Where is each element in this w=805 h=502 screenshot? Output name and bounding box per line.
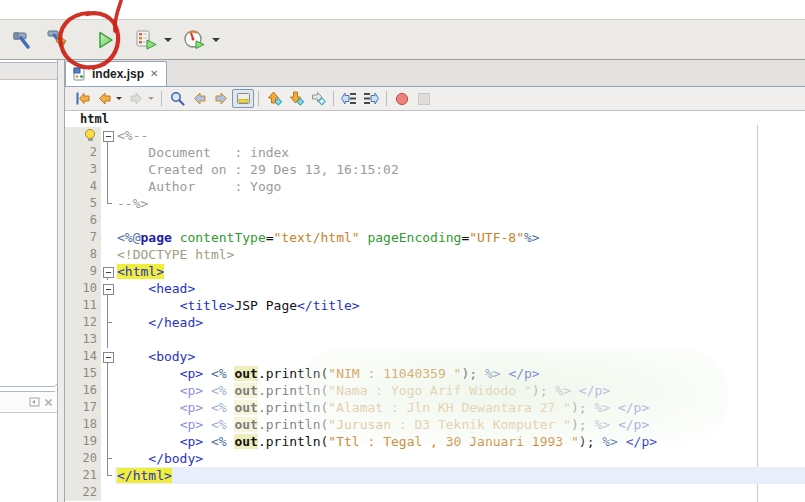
code-token [172, 230, 180, 245]
code-text[interactable]: <head> [115, 280, 805, 297]
code-token: .println( [258, 366, 328, 381]
build-project-button[interactable] [8, 25, 38, 55]
highlight-search-icon [236, 92, 251, 105]
fold-toggle[interactable] [103, 131, 114, 142]
tab-index-jsp[interactable]: index.jsp ✕ [65, 61, 167, 86]
code-text[interactable]: Author : Yogo [115, 178, 805, 195]
code-text[interactable] [115, 331, 805, 348]
tab-close-icon[interactable]: ✕ [150, 69, 158, 79]
code-token: </title> [297, 298, 360, 313]
shift-line-left-button[interactable] [338, 89, 360, 108]
code-text[interactable]: Document : index [115, 144, 805, 161]
back-button[interactable] [93, 89, 115, 108]
code-text[interactable]: </body> [115, 450, 805, 467]
code-text[interactable]: <html> [115, 263, 805, 280]
bookmark-toggle-icon [310, 90, 327, 107]
toggle-highlight-search-button[interactable] [232, 89, 254, 108]
previous-bookmark-button[interactable] [263, 89, 285, 108]
shift-left-icon [340, 90, 358, 107]
code-token: %> [555, 383, 571, 398]
code-text[interactable]: <%@page contentType="text/html" pageEnco… [115, 229, 805, 246]
forward-button[interactable] [125, 89, 147, 108]
code-token [610, 417, 618, 432]
splitter-handle[interactable] [57, 60, 65, 502]
code-token: </head> [148, 315, 203, 330]
fold-toggle[interactable] [103, 352, 114, 363]
shift-line-right-button[interactable] [360, 89, 382, 108]
code-token: out [234, 383, 257, 398]
find-previous-arrow-icon [191, 90, 208, 107]
code-text[interactable]: <p> <% out.println("Jurusan : D3 Teknik … [115, 416, 805, 433]
line-number: 21 [65, 467, 101, 484]
debug-project-button[interactable] [132, 25, 162, 55]
forward-dropdown-caret[interactable] [148, 97, 154, 100]
code-token: <% [211, 366, 227, 381]
toggle-bookmark-button[interactable] [307, 89, 329, 108]
fold-guide [101, 229, 115, 246]
code-token: ); [461, 366, 477, 381]
hint-lightbulb-icon[interactable] [85, 129, 95, 142]
find-next-button[interactable] [210, 89, 232, 108]
code-text[interactable]: <!DOCTYPE html> [115, 246, 805, 263]
dock-window-icon[interactable] [29, 397, 40, 407]
code-line: 9<html> [65, 263, 805, 280]
code-text[interactable]: <%-- [115, 127, 805, 144]
code-line: 13 [65, 331, 805, 348]
code-token: = [266, 230, 274, 245]
code-text[interactable]: <body> [115, 348, 805, 365]
code-token: <html> [117, 264, 164, 279]
record-macro-button[interactable] [391, 89, 413, 108]
code-token: </html> [117, 468, 172, 483]
clean-and-build-button[interactable] [44, 25, 74, 55]
code-token: out [234, 417, 257, 432]
code-text[interactable]: <title>JSP Page</title> [115, 297, 805, 314]
tab-title: index.jsp [92, 67, 144, 81]
code-text[interactable] [115, 212, 805, 229]
code-text[interactable]: <p> <% out.println("Ttl : Tegal , 30 Jan… [115, 433, 805, 450]
bookmark-up-icon [266, 90, 283, 107]
jump-last-edit-button[interactable] [71, 89, 93, 108]
profile-dropdown-caret[interactable] [212, 38, 220, 42]
code-text[interactable]: Created on : 29 Des 13, 16:15:02 [115, 161, 805, 178]
code-line: 20 </body> [65, 450, 805, 467]
line-number: 2 [65, 144, 101, 161]
editor-pane[interactable]: html <%--2 Document : index3 Created on … [65, 111, 805, 502]
code-token: %> [594, 417, 610, 432]
back-dropdown-caret[interactable] [116, 97, 122, 100]
code-text[interactable]: --%> [115, 195, 805, 212]
close-window-icon[interactable] [44, 398, 53, 407]
code-text[interactable] [115, 484, 805, 501]
run-project-button[interactable] [90, 25, 120, 55]
line-number: 12 [65, 314, 101, 331]
code-text[interactable]: <p> <% out.println("Nama : Yogo Arif Wid… [115, 382, 805, 399]
code-token: <% [211, 434, 227, 449]
fold-toggle[interactable] [103, 284, 114, 295]
debug-dropdown-caret[interactable] [164, 38, 172, 42]
code-token [117, 298, 180, 313]
find-selection-button[interactable] [166, 89, 188, 108]
find-previous-button[interactable] [188, 89, 210, 108]
fold-guide [101, 263, 115, 280]
profile-project-button[interactable] [180, 25, 210, 55]
code-token: </p> [618, 400, 649, 415]
workspace: index.jsp ✕ [0, 60, 805, 502]
code-token: Author : Yogo [117, 179, 281, 194]
code-text[interactable]: <p> <% out.println("Alamat : Jln KH Dewa… [115, 399, 805, 416]
breadcrumb-item-html[interactable]: html [80, 112, 109, 126]
code-text[interactable]: </html> [115, 467, 805, 484]
code-token: <%-- [117, 128, 148, 143]
line-number: 4 [65, 178, 101, 195]
code-token [203, 366, 211, 381]
next-bookmark-button[interactable] [285, 89, 307, 108]
code-area[interactable]: <%--2 Document : index3 Created on : 29 … [65, 127, 805, 501]
record-circle-icon [394, 91, 410, 107]
fold-toggle[interactable] [103, 267, 114, 278]
line-number: 13 [65, 331, 101, 348]
code-line: 14 <body> [65, 348, 805, 365]
stop-macro-button[interactable] [413, 89, 435, 108]
code-token: <p> [180, 400, 203, 415]
code-line: 21</html> [65, 467, 805, 484]
code-text[interactable]: <p> <% out.println("NIM : 11040359 "); %… [115, 365, 805, 382]
forward-arrow-icon [128, 90, 145, 107]
code-text[interactable]: </head> [115, 314, 805, 331]
